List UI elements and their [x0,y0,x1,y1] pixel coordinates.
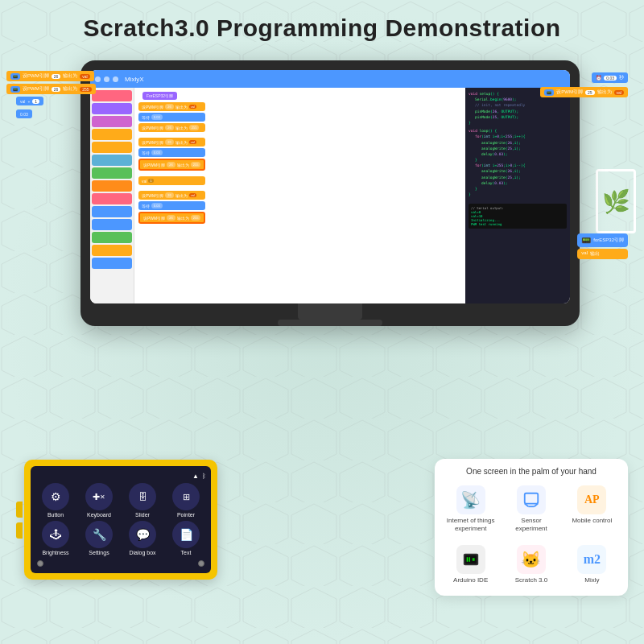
scratch-body: ForESP32引脚 设PWM引脚26输出为val 等待0.03 设PWM引脚2… [90,88,570,303]
cat-myblocks [92,193,132,204]
scratch-icon: 🐱 [521,550,541,569]
cat-variables [92,180,132,192]
icon-dialogbox: 💬 [129,521,156,548]
iot-icon-box: 📡 [456,485,485,514]
float-block-pwm-1: 📟 设PWM引脚 26 输出为 val [6,71,94,81]
mobile-icon-box: AP [577,485,606,514]
cat-control [92,142,132,153]
fb-val3: 26 [52,87,61,92]
fb-pwm-r-label1: 设PWM引脚 [556,89,583,96]
deco-frame: 🌿 [596,169,636,233]
device-cell-brightness: 🕹 Brightness [35,521,76,555]
fb-esp-val: val [581,250,588,258]
side-btn-2 [16,522,23,539]
fb-timer-unit: 秒 [619,74,624,81]
device-wifi-row: ▲ ᛒ [35,473,206,480]
icon-button: ⚙ [42,483,69,510]
info-card-title: One screen in the palm of your hand [443,467,620,476]
sensor-label: Sensor experiment [505,517,557,534]
page-title: Scratch3.0 Programming Demonstration [0,14,644,42]
label-button: Button [47,512,64,518]
fb-esp-label: forESP32引脚 [593,237,624,244]
scratch-left-panel [90,88,134,303]
cat-custom3 [92,232,132,243]
monitor: MixlyX [80,60,580,326]
fb-label2: 输出为 [63,72,77,80]
device-board: ▲ ᛒ ⚙ Button ✚✕ Keyboard 🗄 Slider ⊞ Poin… [24,460,217,580]
device-side-buttons [16,502,23,539]
fb-timer-icon: ⏰ [596,75,601,80]
icon-keyboard: ✚✕ [85,483,113,510]
topbar-dot3 [113,76,118,82]
float-block-timer: ⏰ 0.03 秒 [592,72,628,83]
label-slider: Slider [135,512,150,518]
monitor-container: MixlyX [80,60,580,326]
arduino-icon-box [456,545,485,574]
device-cell-button: ⚙ Button [35,483,76,518]
float-block-pwm-2: 📟 设PWM引脚 26 输出为 255 [6,84,96,94]
scratch-ide: MixlyX [90,70,570,303]
fb-pwm-r-val: 25 [585,90,595,95]
cat-operators [92,167,132,179]
device-screws [35,559,206,567]
arduino-label: Arduino IDE [453,576,488,584]
info-cell-mobile: AP Mobile control [564,482,620,537]
cat-custom2 [92,219,132,230]
label-settings: Settings [89,550,109,555]
monitor-base [278,320,382,326]
info-grid: 📡 Internet of things experiment Sensor e… [443,482,620,588]
scratch-topbar: MixlyX [90,70,570,88]
cat-sound [92,116,132,127]
iot-label: Internet of things experiment [444,517,497,534]
fb-device-icon: 📟 [10,73,20,80]
mixly-icon-box: m2 [577,545,606,574]
scratch-middle: ForESP32引脚 设PWM引脚26输出为val 等待0.03 设PWM引脚2… [134,88,465,303]
cat-sensing [92,155,132,166]
fb-label1: 设PWM引脚 [23,72,49,80]
fb-op: + [27,99,30,104]
screw-left [37,560,43,567]
float-block-esp-right: 📟 forESP32引脚 val 输出 [577,233,628,259]
topbar-dot2 [104,76,109,82]
fb-device-right: 📟 [544,89,554,96]
info-cell-sensor: Sensor experiment [503,482,559,537]
fb-val-label: val [20,99,25,104]
fb-device-icon2: 📟 [10,86,20,93]
fb-pwm-r-out: val [614,90,624,95]
wifi-icon: ▲ [192,473,199,480]
device-screen: ▲ ᛒ ⚙ Button ✚✕ Keyboard 🗄 Slider ⊞ Poin… [31,466,211,573]
mixly-icon: m2 [584,552,601,567]
fb-timer-val: 0.03 [604,76,617,80]
fb-val4: 255 [80,87,91,92]
deco-leaf: 🌿 [598,171,634,231]
cat-custom4 [92,245,132,256]
icon-settings: 🔧 [85,521,113,548]
label-keyboard: Keyboard [87,512,111,518]
info-cell-scratch: 🐱 Scratch 3.0 [503,542,559,588]
topbar-dot1 [95,76,101,82]
cat-events [92,129,132,140]
sensor-icon-box [517,485,546,514]
label-text: Text [181,550,192,555]
device-icons-grid: ⚙ Button ✚✕ Keyboard 🗄 Slider ⊞ Pointer … [35,483,206,555]
fb-val2: val [80,74,89,79]
screw-right [198,560,204,567]
mixly-label: Mixly [584,576,599,584]
icon-text: 📄 [172,521,200,548]
info-card: One screen in the palm of your hand 📡 In… [435,459,628,596]
cat-custom1 [92,206,132,217]
label-pointer: Pointer [177,512,195,518]
device-cell-pointer: ⊞ Pointer [166,483,206,518]
float-block-pwm-right: 📟 设PWM引脚 25 输出为 val [540,87,628,97]
svg-rect-0 [525,493,539,504]
monitor-screen: MixlyX [90,70,570,303]
device-cell-slider: 🗄 Slider [122,483,163,518]
cat-custom5 [92,258,132,269]
info-cell-mixly: m2 Mixly [564,542,620,588]
center-block-header: ForESP32引脚 [142,92,177,101]
arduino-icon [462,551,480,568]
device-cell-dialogbox: 💬 Dialog box [122,521,163,555]
monitor-stand [298,303,362,320]
fb-delay-val: 0.03 [20,112,28,117]
fb-op-num: 1 [32,99,39,104]
